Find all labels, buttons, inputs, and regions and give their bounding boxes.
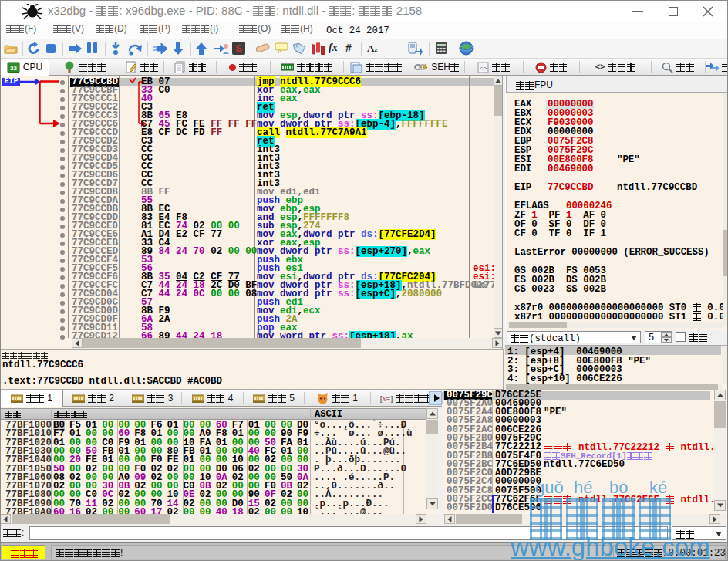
svg-text:<>: <> [480, 65, 487, 72]
svg-text:32: 32 [10, 65, 17, 72]
